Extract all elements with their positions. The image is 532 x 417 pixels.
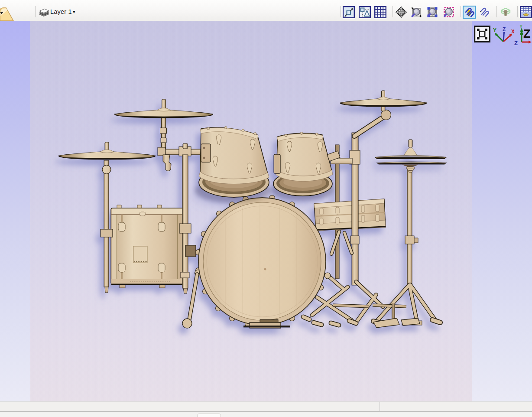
svg-text:Z: Z xyxy=(503,26,506,33)
svg-text:Z: Z xyxy=(514,40,518,46)
svg-text:Y: Y xyxy=(519,24,523,29)
svg-text:Z: Z xyxy=(523,27,531,40)
svg-text:Y: Y xyxy=(493,27,496,33)
